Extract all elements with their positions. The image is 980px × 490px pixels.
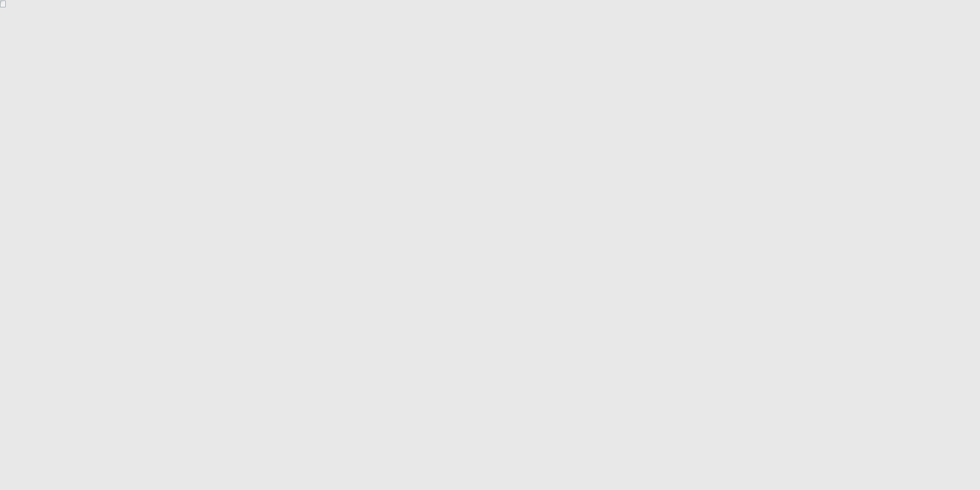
ide-window: duoji-frontend›src›router›JSindex.js Add… bbox=[0, 1, 6, 7]
breadcrumb-item[interactable]: duoji-frontend bbox=[5, 1, 6, 7]
